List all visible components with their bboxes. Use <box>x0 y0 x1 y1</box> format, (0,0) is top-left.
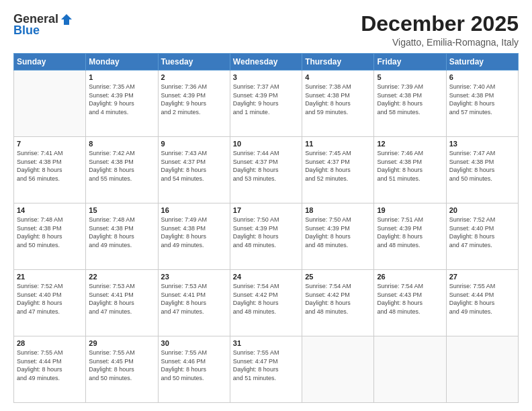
day-info: Sunrise: 7:43 AMSunset: 4:37 PMDaylight:… <box>161 149 227 183</box>
day-info: Sunrise: 7:48 AMSunset: 4:38 PMDaylight:… <box>17 216 83 249</box>
calendar-cell: 29Sunrise: 7:55 AMSunset: 4:45 PMDayligh… <box>86 336 158 403</box>
month-title: December 2025 <box>361 12 519 36</box>
day-number: 14 <box>17 206 83 214</box>
day-number: 6 <box>449 73 515 81</box>
calendar-cell: 12Sunrise: 7:46 AMSunset: 4:38 PMDayligh… <box>374 137 446 203</box>
calendar-cell: 23Sunrise: 7:53 AMSunset: 4:41 PMDayligh… <box>158 270 230 336</box>
day-info: Sunrise: 7:44 AMSunset: 4:37 PMDaylight:… <box>233 149 299 183</box>
calendar-cell: 22Sunrise: 7:53 AMSunset: 4:41 PMDayligh… <box>86 270 158 336</box>
day-info: Sunrise: 7:41 AMSunset: 4:38 PMDaylight:… <box>17 149 83 183</box>
svg-marker-0 <box>61 14 72 25</box>
day-number: 12 <box>377 140 443 148</box>
day-info: Sunrise: 7:54 AMSunset: 4:43 PMDaylight:… <box>377 282 443 316</box>
day-info: Sunrise: 7:36 AMSunset: 4:39 PMDaylight:… <box>161 83 227 116</box>
calendar-header-saturday: Saturday <box>446 54 518 71</box>
calendar-cell: 24Sunrise: 7:54 AMSunset: 4:42 PMDayligh… <box>230 270 302 336</box>
day-info: Sunrise: 7:48 AMSunset: 4:38 PMDaylight:… <box>89 216 154 249</box>
day-number: 20 <box>449 206 515 214</box>
day-info: Sunrise: 7:55 AMSunset: 4:46 PMDaylight:… <box>161 349 227 382</box>
calendar-cell: 26Sunrise: 7:54 AMSunset: 4:43 PMDayligh… <box>374 270 446 336</box>
calendar-cell: 6Sunrise: 7:40 AMSunset: 4:38 PMDaylight… <box>446 71 518 137</box>
title-block: December 2025 Vigatto, Emilia-Romagna, I… <box>361 12 519 48</box>
calendar-cell: 21Sunrise: 7:52 AMSunset: 4:40 PMDayligh… <box>14 270 86 336</box>
calendar-header-tuesday: Tuesday <box>158 54 230 71</box>
day-number: 27 <box>449 273 515 281</box>
calendar-cell: 11Sunrise: 7:45 AMSunset: 4:37 PMDayligh… <box>302 137 374 203</box>
header: General Blue December 2025 Vigatto, Emil… <box>13 12 519 48</box>
calendar-cell: 8Sunrise: 7:42 AMSunset: 4:38 PMDaylight… <box>86 137 158 203</box>
day-number: 19 <box>377 206 443 214</box>
calendar-cell: 14Sunrise: 7:48 AMSunset: 4:38 PMDayligh… <box>14 203 86 270</box>
day-info: Sunrise: 7:55 AMSunset: 4:45 PMDaylight:… <box>89 349 154 382</box>
calendar-cell: 2Sunrise: 7:36 AMSunset: 4:39 PMDaylight… <box>158 71 230 137</box>
calendar-week-2: 7Sunrise: 7:41 AMSunset: 4:38 PMDaylight… <box>14 137 519 203</box>
page: General Blue December 2025 Vigatto, Emil… <box>0 0 532 411</box>
day-number: 26 <box>377 273 443 281</box>
day-number: 28 <box>17 339 83 347</box>
calendar-cell: 28Sunrise: 7:55 AMSunset: 4:44 PMDayligh… <box>14 336 86 403</box>
calendar-cell: 20Sunrise: 7:52 AMSunset: 4:40 PMDayligh… <box>446 203 518 270</box>
calendar-cell <box>446 336 518 403</box>
calendar-cell: 25Sunrise: 7:54 AMSunset: 4:42 PMDayligh… <box>302 270 374 336</box>
day-info: Sunrise: 7:40 AMSunset: 4:38 PMDaylight:… <box>449 83 515 116</box>
day-info: Sunrise: 7:55 AMSunset: 4:44 PMDaylight:… <box>449 282 515 316</box>
calendar-cell: 17Sunrise: 7:50 AMSunset: 4:39 PMDayligh… <box>230 203 302 270</box>
calendar-header-monday: Monday <box>86 54 158 71</box>
calendar-cell: 3Sunrise: 7:37 AMSunset: 4:39 PMDaylight… <box>230 71 302 137</box>
day-number: 22 <box>89 273 154 281</box>
day-info: Sunrise: 7:55 AMSunset: 4:47 PMDaylight:… <box>233 349 299 382</box>
calendar-cell: 31Sunrise: 7:55 AMSunset: 4:47 PMDayligh… <box>230 336 302 403</box>
day-number: 30 <box>161 339 227 347</box>
day-info: Sunrise: 7:54 AMSunset: 4:42 PMDaylight:… <box>233 282 299 316</box>
day-info: Sunrise: 7:42 AMSunset: 4:38 PMDaylight:… <box>89 149 154 183</box>
day-number: 31 <box>233 339 299 347</box>
day-info: Sunrise: 7:50 AMSunset: 4:39 PMDaylight:… <box>305 216 371 249</box>
calendar-cell: 30Sunrise: 7:55 AMSunset: 4:46 PMDayligh… <box>158 336 230 403</box>
day-number: 2 <box>161 73 227 81</box>
day-info: Sunrise: 7:52 AMSunset: 4:40 PMDaylight:… <box>17 282 83 316</box>
calendar-cell: 13Sunrise: 7:47 AMSunset: 4:38 PMDayligh… <box>446 137 518 203</box>
day-info: Sunrise: 7:54 AMSunset: 4:42 PMDaylight:… <box>305 282 371 316</box>
day-number: 15 <box>89 206 154 214</box>
day-info: Sunrise: 7:53 AMSunset: 4:41 PMDaylight:… <box>161 282 227 316</box>
day-number: 3 <box>233 73 299 81</box>
calendar-week-5: 28Sunrise: 7:55 AMSunset: 4:44 PMDayligh… <box>14 336 519 403</box>
day-info: Sunrise: 7:50 AMSunset: 4:39 PMDaylight:… <box>233 216 299 249</box>
calendar: SundayMondayTuesdayWednesdayThursdayFrid… <box>13 53 519 403</box>
day-number: 16 <box>161 206 227 214</box>
calendar-cell: 5Sunrise: 7:39 AMSunset: 4:38 PMDaylight… <box>374 71 446 137</box>
day-info: Sunrise: 7:51 AMSunset: 4:39 PMDaylight:… <box>377 216 443 249</box>
logo: General Blue <box>13 12 73 38</box>
day-number: 17 <box>233 206 299 214</box>
day-number: 24 <box>233 273 299 281</box>
calendar-week-1: 1Sunrise: 7:35 AMSunset: 4:39 PMDaylight… <box>14 71 519 137</box>
calendar-week-3: 14Sunrise: 7:48 AMSunset: 4:38 PMDayligh… <box>14 203 519 270</box>
day-info: Sunrise: 7:45 AMSunset: 4:37 PMDaylight:… <box>305 149 371 183</box>
day-number: 5 <box>377 73 443 81</box>
calendar-cell: 4Sunrise: 7:38 AMSunset: 4:38 PMDaylight… <box>302 71 374 137</box>
day-info: Sunrise: 7:47 AMSunset: 4:38 PMDaylight:… <box>449 149 515 183</box>
day-info: Sunrise: 7:35 AMSunset: 4:39 PMDaylight:… <box>89 83 154 116</box>
calendar-cell: 9Sunrise: 7:43 AMSunset: 4:37 PMDaylight… <box>158 137 230 203</box>
calendar-cell <box>14 71 86 137</box>
logo-icon <box>60 13 73 26</box>
calendar-cell: 10Sunrise: 7:44 AMSunset: 4:37 PMDayligh… <box>230 137 302 203</box>
day-number: 18 <box>305 206 371 214</box>
calendar-cell: 27Sunrise: 7:55 AMSunset: 4:44 PMDayligh… <box>446 270 518 336</box>
day-info: Sunrise: 7:38 AMSunset: 4:38 PMDaylight:… <box>305 83 371 116</box>
day-info: Sunrise: 7:46 AMSunset: 4:38 PMDaylight:… <box>377 149 443 183</box>
day-number: 1 <box>89 73 154 81</box>
calendar-cell <box>374 336 446 403</box>
calendar-cell: 18Sunrise: 7:50 AMSunset: 4:39 PMDayligh… <box>302 203 374 270</box>
calendar-header-row: SundayMondayTuesdayWednesdayThursdayFrid… <box>14 54 519 71</box>
calendar-header-sunday: Sunday <box>14 54 86 71</box>
day-info: Sunrise: 7:53 AMSunset: 4:41 PMDaylight:… <box>89 282 154 316</box>
day-number: 21 <box>17 273 83 281</box>
day-number: 7 <box>17 140 83 148</box>
calendar-header-wednesday: Wednesday <box>230 54 302 71</box>
day-number: 25 <box>305 273 371 281</box>
day-number: 8 <box>89 140 154 148</box>
calendar-cell: 7Sunrise: 7:41 AMSunset: 4:38 PMDaylight… <box>14 137 86 203</box>
calendar-cell <box>302 336 374 403</box>
day-info: Sunrise: 7:52 AMSunset: 4:40 PMDaylight:… <box>449 216 515 249</box>
